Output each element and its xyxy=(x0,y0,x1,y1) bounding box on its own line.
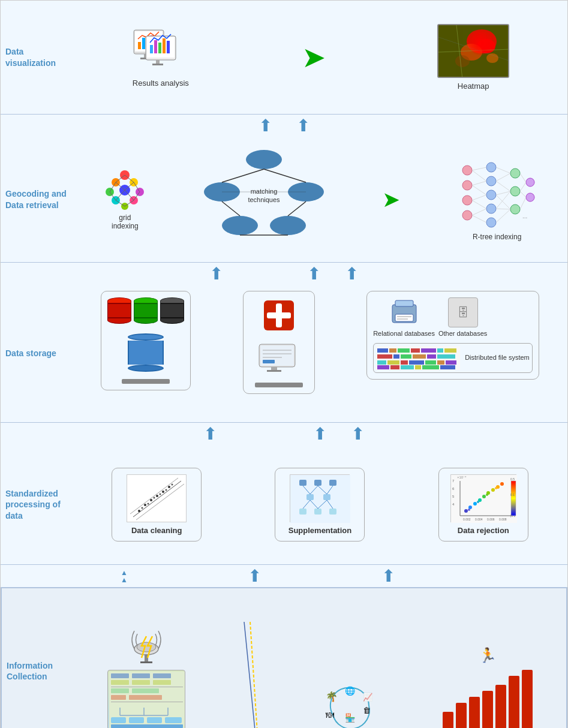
svg-line-229 xyxy=(250,622,258,728)
svg-point-71 xyxy=(510,169,520,178)
svg-line-94 xyxy=(520,191,526,197)
relational-db-label: Relational databases xyxy=(373,330,435,337)
svg-rect-115 xyxy=(389,348,396,353)
svg-rect-159 xyxy=(329,480,336,486)
tourism-item: 🌴 🌐 📈 🗑 🏪 🍽 Tourism data xyxy=(315,682,387,728)
svg-rect-157 xyxy=(299,480,306,486)
printer-icon xyxy=(389,297,419,327)
grid-indexing-item: grid indexing xyxy=(104,169,146,230)
svg-text:0.002: 0.002 xyxy=(463,518,471,521)
grid-indexing-label: grid indexing xyxy=(112,213,139,230)
bar-7 xyxy=(522,670,533,728)
bar-5 xyxy=(495,685,506,728)
svg-rect-13 xyxy=(158,43,161,53)
data-cleaning-item: Data cleaning xyxy=(112,468,202,542)
svg-rect-225 xyxy=(147,717,162,723)
matching-techniques-item: matching techniques matching techniques xyxy=(204,149,324,251)
svg-rect-17 xyxy=(152,64,163,65)
svg-point-153 xyxy=(148,503,149,505)
svg-rect-213 xyxy=(111,687,183,687)
visualization-layer: Data visualization xyxy=(1,1,567,115)
supplementation-item: Supplementation xyxy=(275,468,365,542)
svg-rect-214 xyxy=(111,688,129,693)
svg-text:0.5: 0.5 xyxy=(510,477,515,481)
person-icon: 🏃 xyxy=(479,647,497,664)
arrow-up-3: ⬆ xyxy=(209,264,223,284)
svg-line-76 xyxy=(472,167,486,170)
svg-line-80 xyxy=(472,195,486,200)
svg-rect-138 xyxy=(422,365,439,369)
storage-layer: Data storage xyxy=(1,285,567,423)
svg-text:🌐: 🌐 xyxy=(345,686,356,696)
svg-rect-133 xyxy=(446,360,456,365)
svg-point-65 xyxy=(462,210,472,220)
geocoding-content: grid indexing matching xyxy=(77,143,563,256)
db-bottom-green xyxy=(134,318,158,324)
svg-point-67 xyxy=(486,176,496,186)
svg-rect-209 xyxy=(153,673,171,678)
redis-container xyxy=(261,297,297,333)
main-diagram: Data visualization xyxy=(0,0,568,728)
svg-point-145 xyxy=(144,504,146,506)
svg-line-88 xyxy=(496,195,510,209)
svg-rect-217 xyxy=(129,695,162,700)
svg-rect-216 xyxy=(111,695,126,700)
svg-point-188 xyxy=(500,482,504,486)
small-screen xyxy=(258,343,300,375)
bar-chart xyxy=(443,670,533,728)
svg-line-81 xyxy=(472,200,486,209)
svg-point-155 xyxy=(172,484,173,486)
svg-rect-99 xyxy=(267,312,291,318)
svg-rect-215 xyxy=(132,688,159,693)
svg-rect-208 xyxy=(132,673,150,678)
svg-rect-136 xyxy=(401,365,414,369)
arrow-up-6: ⬆ xyxy=(203,424,217,444)
db-row: Relational databases 🗄 Other databases xyxy=(373,297,533,337)
svg-point-184 xyxy=(482,495,486,498)
arrow-up-4: ⬆ xyxy=(307,264,321,284)
antenna-group xyxy=(128,628,164,664)
db-bottom-red xyxy=(107,318,131,324)
svg-line-58 xyxy=(222,201,240,216)
svg-point-191 xyxy=(486,494,488,496)
rejection-svg: 7 6 5 4 xyxy=(451,475,517,523)
svg-line-90 xyxy=(496,209,510,209)
svg-rect-205 xyxy=(140,661,152,663)
svg-rect-211 xyxy=(132,680,150,685)
db-top-black xyxy=(160,297,184,303)
svg-rect-163 xyxy=(314,509,321,515)
cyl-body xyxy=(128,341,164,365)
information-label: Information Collection xyxy=(7,594,79,728)
svg-text:🍽: 🍽 xyxy=(326,710,334,720)
svg-line-89 xyxy=(496,191,510,209)
data-rejection-item: 7 6 5 4 xyxy=(438,468,528,542)
rtree-indexing-label: R-tree indexing xyxy=(473,233,521,241)
svg-rect-117 xyxy=(411,348,420,353)
svg-rect-135 xyxy=(390,365,399,369)
svg-rect-116 xyxy=(398,348,410,353)
svg-point-203 xyxy=(137,642,156,652)
svg-point-149 xyxy=(168,486,170,488)
bar-4 xyxy=(482,691,493,728)
svg-point-75 xyxy=(526,193,534,201)
svg-point-24 xyxy=(486,53,498,63)
svg-rect-107 xyxy=(267,370,281,372)
scatter-plot-icon xyxy=(127,474,187,522)
db-body-green xyxy=(134,303,158,318)
svg-line-91 xyxy=(496,209,510,222)
cyl-top xyxy=(128,333,164,341)
svg-rect-193 xyxy=(511,481,516,516)
heatmap-svg xyxy=(438,25,509,78)
svg-rect-105 xyxy=(263,360,275,363)
svg-text:🏪: 🏪 xyxy=(345,713,356,723)
svg-rect-112 xyxy=(397,318,408,320)
other-db-placeholder: 🗄 xyxy=(448,297,478,327)
svg-point-146 xyxy=(150,499,152,501)
svg-rect-212 xyxy=(153,680,171,685)
svg-point-152 xyxy=(166,489,167,491)
red-db-stack xyxy=(107,297,184,324)
svg-point-144 xyxy=(138,510,140,512)
svg-rect-160 xyxy=(306,494,314,500)
small-screen-icon xyxy=(258,343,300,373)
results-analysis-label: Results analysis xyxy=(133,79,189,88)
